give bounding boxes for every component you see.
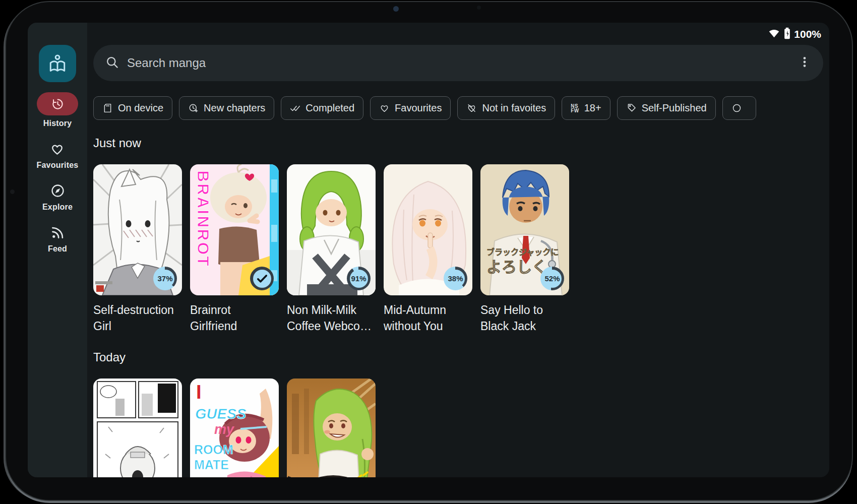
chip-completed[interactable]: Completed (281, 96, 363, 120)
sidebar-item-label: History (43, 119, 72, 128)
manga-cover-art: 37% (93, 164, 182, 295)
chip-self-published[interactable]: Self-Published (617, 96, 716, 120)
cover-art-text: my (214, 422, 235, 437)
navigation-rail: History Favourites Explore (28, 23, 87, 477)
app-logo-button[interactable] (39, 45, 76, 82)
book-person-icon (46, 52, 69, 75)
nsfw-icon: NS FW (571, 104, 579, 113)
check-icon (255, 272, 269, 286)
tablet-body: 9:58 100% (5, 1, 853, 501)
search-icon (105, 55, 119, 71)
chip-not-in-favourites[interactable]: Not in favoites (457, 96, 555, 120)
manga-card-guess-my-roommate[interactable]: I GUESS my ROOM MATE (190, 379, 279, 477)
history-icon (51, 97, 65, 111)
cover-art-text: GUESS (195, 406, 247, 422)
circle-icon (731, 103, 742, 113)
progress-badge: 38% (444, 267, 467, 290)
manga-title: Brainrot Girlfriend (190, 302, 279, 334)
heart-icon (49, 140, 65, 157)
sidebar-item-favourites[interactable]: Favourites (37, 140, 79, 170)
manga-title: Non Milk-Milk Coffee Webco… (287, 302, 376, 334)
sidebar-item-feed[interactable]: Feed (48, 224, 67, 254)
chip-label: 18+ (584, 102, 601, 114)
history-row-just-now: 37% Self-destruction Girl (93, 164, 823, 334)
progress-label: 37% (157, 274, 172, 283)
search-input[interactable]: Search manga (93, 45, 823, 81)
compass-icon (50, 182, 66, 199)
chip-label: On device (118, 102, 163, 114)
chip-new-chapters[interactable]: New chapters (179, 96, 274, 120)
cover-art-text: よろしく (486, 259, 547, 275)
history-active-pill (37, 92, 78, 115)
manga-cover-art (287, 379, 376, 477)
manga-card-mid-autumn-without-you[interactable]: 38% Mid-Autumn without You (384, 164, 472, 334)
chip-label: Favourites (395, 102, 442, 114)
progress-badge: 91% (347, 267, 371, 290)
section-header-just-now: Just now (93, 136, 823, 150)
overflow-menu-button[interactable] (798, 55, 811, 71)
manga-card-bw-page[interactable] (93, 379, 182, 477)
chip-favourites[interactable]: Favourites (370, 96, 451, 120)
sidebar-item-history[interactable]: History (37, 92, 78, 128)
manga-card-green-hair-girl[interactable] (287, 379, 376, 477)
side-camera (10, 190, 15, 194)
sidebar-item-label: Feed (48, 244, 67, 254)
history-row-today: I GUESS my ROOM MATE (93, 379, 823, 477)
progress-label: 52% (544, 274, 560, 283)
chip-label: Self-Published (642, 102, 707, 114)
chip-on-device[interactable]: On device (93, 96, 172, 120)
heart-icon (379, 103, 390, 113)
sidebar-item-explore[interactable]: Explore (42, 182, 73, 212)
manga-cover-art (93, 379, 182, 477)
screen: 9:58 100% (28, 23, 829, 477)
clock-plus-icon (188, 103, 199, 113)
manga-title: Self-destruction Girl (93, 302, 182, 334)
cover-art-text: ROOM (194, 443, 233, 457)
manga-cover-art: 38% (384, 164, 472, 295)
progress-label: 38% (448, 274, 463, 283)
manga-title: Mid-Autumn without You (384, 302, 472, 334)
cover-art-text: ブラックジャックに (486, 247, 559, 257)
completed-badge (250, 267, 274, 290)
manga-cover-art: I GUESS my ROOM MATE (190, 379, 279, 477)
sidebar-item-label: Favourites (37, 161, 79, 170)
chip-partial[interactable] (722, 96, 756, 120)
tag-icon (626, 103, 637, 113)
manga-cover-art: 91% (287, 164, 376, 295)
front-camera (393, 6, 399, 12)
progress-badge: 37% (153, 267, 177, 290)
sd-card-icon (102, 103, 113, 113)
main-content: Search manga On device (87, 23, 829, 477)
manga-cover-art: ブラックジャックに よろしく 52% (480, 164, 569, 295)
rss-icon (50, 224, 65, 241)
manga-card-brainrot-girlfriend[interactable]: BRAINROT Brainrot Girlfriend (190, 164, 279, 334)
kebab-icon (798, 55, 811, 69)
manga-card-say-hello-to-black-jack[interactable]: ブラックジャックに よろしく 52% Say Hello to Black Ja… (480, 164, 569, 334)
section-header-today: Today (93, 350, 823, 364)
cover-art-text: MATE (194, 458, 229, 472)
chip-label: New chapters (204, 102, 265, 114)
manga-title: Say Hello to Black Jack (480, 302, 569, 334)
heart-off-icon (466, 103, 477, 113)
cover-art-text: I (196, 382, 202, 403)
cover-art-text: BRAINROT (194, 170, 212, 268)
manga-cover-art: BRAINROT (190, 164, 279, 295)
search-placeholder: Search manga (127, 56, 206, 70)
manga-card-self-destruction-girl[interactable]: 37% Self-destruction Girl (93, 164, 182, 334)
filter-chips-row: On device New chapters Completed (93, 96, 829, 120)
chip-label: Completed (305, 102, 354, 114)
chip-label: Not in favoites (482, 102, 546, 114)
ambient-sensor (477, 6, 481, 10)
double-check-icon (290, 103, 300, 113)
progress-label: 91% (351, 274, 366, 283)
sidebar-item-label: Explore (42, 203, 73, 212)
chip-18plus[interactable]: NS FW 18+ (562, 96, 610, 120)
manga-card-non-milk-milk-coffee[interactable]: 91% Non Milk-Milk Coffee Webco… (287, 164, 376, 334)
progress-badge: 52% (540, 267, 564, 290)
